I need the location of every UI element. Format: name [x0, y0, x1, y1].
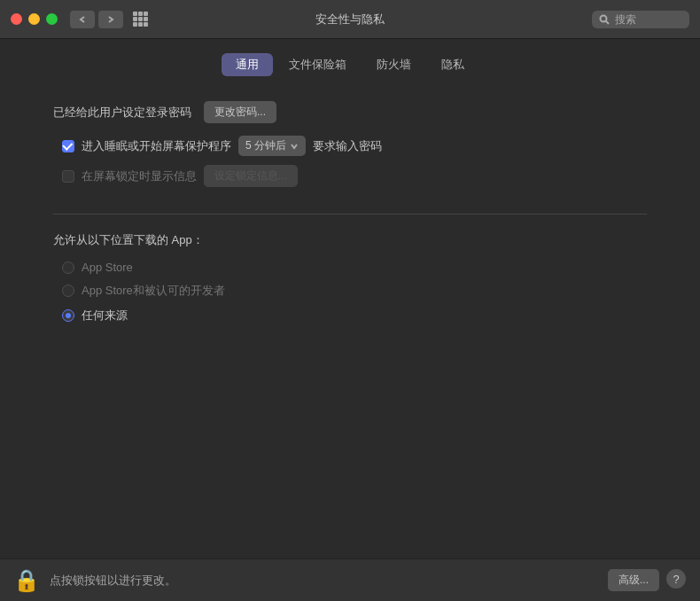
svg-line-1	[606, 20, 610, 24]
back-button[interactable]	[70, 11, 95, 28]
password-row: 已经给此用户设定登录密码 更改密码...	[53, 101, 647, 123]
search-bar[interactable]	[592, 11, 689, 28]
apps-section: 允许从以下位置下载的 App： App Store App Store和被认可的…	[53, 232, 647, 332]
require-password-label: 要求输入密码	[313, 138, 382, 154]
apps-section-title: 允许从以下位置下载的 App：	[53, 232, 647, 248]
bottom-lock-label: 点按锁按钮以进行更改。	[50, 573, 176, 589]
sleep-checkbox-row: 进入睡眠或开始屏幕保护程序 5 分钟后 要求输入密码	[53, 136, 647, 156]
forward-button[interactable]	[98, 11, 123, 28]
titlebar: 安全性与隐私	[0, 0, 700, 39]
bottombar: 🔒 点按锁按钮以进行更改。 高级... ?	[0, 558, 700, 601]
radio-anywhere[interactable]	[62, 309, 74, 322]
radio-row-appstore-devs: App Store和被认可的开发者	[53, 283, 647, 299]
traffic-lights	[11, 13, 58, 25]
section-divider	[53, 214, 647, 215]
svg-point-0	[601, 15, 607, 21]
sleep-checkbox[interactable]	[62, 140, 74, 152]
lock-message-checkbox[interactable]	[62, 170, 74, 183]
tab-general[interactable]: 通用	[222, 53, 273, 76]
radio-appstore-devs-label: App Store和被认可的开发者	[82, 283, 225, 299]
close-button[interactable]	[11, 13, 22, 25]
grid-menu-button[interactable]	[127, 11, 153, 28]
tab-filevault[interactable]: 文件保险箱	[275, 53, 361, 76]
radio-appstore-devs[interactable]	[62, 285, 74, 297]
bottom-right-buttons: 高级... ?	[608, 569, 686, 591]
grid-icon	[133, 12, 148, 27]
radio-row-appstore: App Store	[53, 261, 647, 274]
search-icon	[599, 14, 610, 25]
main-content: 已经给此用户设定登录密码 更改密码... 进入睡眠或开始屏幕保护程序 5 分钟后…	[0, 85, 700, 558]
radio-anywhere-label: 任何来源	[82, 308, 128, 324]
lock-message-label: 在屏幕锁定时显示信息	[82, 168, 197, 184]
tabbar: 通用 文件保险箱 防火墙 隐私	[0, 39, 700, 85]
lock-icon[interactable]: 🔒	[14, 568, 39, 593]
password-label: 已经给此用户设定登录密码	[53, 105, 191, 121]
advanced-button[interactable]: 高级...	[608, 569, 659, 591]
search-input[interactable]	[615, 13, 677, 26]
tab-privacy[interactable]: 隐私	[427, 53, 478, 76]
nav-buttons	[70, 11, 123, 28]
window-title: 安全性与隐私	[315, 12, 385, 27]
help-button[interactable]: ?	[666, 569, 686, 589]
minimize-button[interactable]	[28, 13, 40, 25]
tab-firewall[interactable]: 防火墙	[362, 53, 425, 76]
change-password-button[interactable]: 更改密码...	[204, 101, 276, 123]
radio-appstore-label: App Store	[82, 261, 133, 274]
set-lock-info-button[interactable]: 设定锁定信息...	[204, 165, 298, 187]
radio-appstore[interactable]	[62, 261, 74, 274]
sleep-duration-dropdown[interactable]: 5 分钟后	[238, 136, 306, 156]
sleep-label: 进入睡眠或开始屏幕保护程序	[82, 138, 231, 154]
lock-message-row: 在屏幕锁定时显示信息 设定锁定信息...	[53, 165, 647, 187]
radio-row-anywhere: 任何来源	[53, 308, 647, 324]
zoom-button[interactable]	[46, 13, 58, 25]
